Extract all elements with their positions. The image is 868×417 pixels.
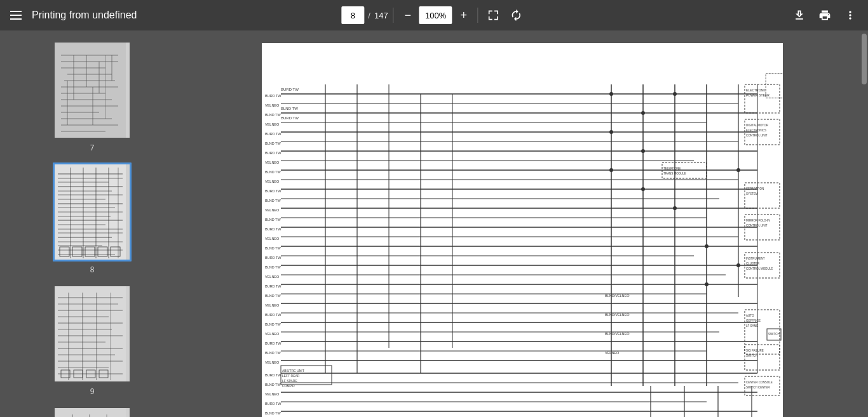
- pdf-view[interactable]: BURD TW BLND TW BURD TW: [184, 30, 860, 417]
- svg-text:BLND TW: BLND TW: [265, 170, 281, 174]
- svg-text:LEFT REAR: LEFT REAR: [282, 374, 300, 378]
- toolbar-left: Printing from undefined: [8, 8, 137, 22]
- svg-text:VELNEO: VELNEO: [265, 361, 280, 364]
- svg-text:SIG FAILURE: SIG FAILURE: [746, 349, 764, 352]
- menu-icon[interactable]: [8, 8, 24, 22]
- thumb-img-7: [55, 43, 130, 138]
- svg-point-251: [673, 206, 677, 210]
- svg-text:BLND TW: BLND TW: [265, 351, 281, 355]
- svg-text:VELNEO: VELNEO: [265, 161, 280, 164]
- svg-text:INSTRUMENT: INSTRUMENT: [746, 257, 765, 260]
- svg-text:LF SPARE: LF SPARE: [282, 379, 297, 383]
- svg-text:BURD TW: BURD TW: [265, 132, 281, 136]
- download-button[interactable]: [789, 5, 810, 25]
- svg-text:VELNEO: VELNEO: [605, 351, 620, 355]
- svg-text:CONTROL MODULE: CONTROL MODULE: [746, 267, 773, 270]
- svg-rect-52: [55, 286, 126, 381]
- thumb-label-9: 9: [90, 387, 95, 396]
- svg-point-250: [673, 92, 677, 96]
- thumbnail-item-9[interactable]: 9: [0, 279, 184, 401]
- svg-text:VELNEO: VELNEO: [265, 122, 280, 126]
- scroll-thumb[interactable]: [862, 34, 867, 84]
- divider: [393, 8, 394, 23]
- svg-text:BURD TW: BURD TW: [265, 94, 281, 98]
- divider-2: [478, 8, 478, 23]
- svg-point-245: [609, 130, 613, 134]
- svg-text:BURD TW: BURD TW: [281, 88, 299, 91]
- page-number-input[interactable]: [341, 6, 364, 24]
- svg-text:CONTROL UNIT: CONTROL UNIT: [746, 134, 768, 137]
- main-content: 7: [0, 30, 868, 417]
- svg-text:VELNEO: VELNEO: [265, 103, 280, 107]
- svg-text:BURD TW: BURD TW: [265, 402, 281, 406]
- svg-text:ELECTRONICS: ELECTRONICS: [746, 129, 766, 132]
- thumbnail-item-8[interactable]: 8: [0, 157, 184, 279]
- pdf-page: BURD TW BLND TW BURD TW: [262, 43, 783, 417]
- svg-rect-0: [55, 43, 126, 138]
- zoom-level-input[interactable]: [419, 6, 452, 24]
- svg-text:BURD TW: BURD TW: [265, 151, 281, 155]
- svg-text:POWER STEER: POWER STEER: [746, 93, 770, 97]
- thumbnail-item-7[interactable]: 7: [0, 36, 184, 157]
- svg-point-249: [641, 187, 645, 191]
- svg-text:BLND/VELNEO: BLND/VELNEO: [605, 313, 630, 317]
- svg-text:VELNEO: VELNEO: [265, 392, 280, 396]
- svg-text:SEPARATION: SEPARATION: [746, 187, 764, 190]
- svg-text:BURD TW: BURD TW: [265, 313, 281, 317]
- svg-text:BLND TW: BLND TW: [265, 142, 281, 145]
- thumbnail-panel[interactable]: 7: [0, 30, 184, 417]
- svg-text:TELEPHONE: TELEPHONE: [663, 167, 681, 170]
- print-button[interactable]: [815, 5, 835, 25]
- svg-text:ABS/TRC UNIT: ABS/TRC UNIT: [282, 369, 304, 373]
- thumb-img-9: [55, 286, 130, 381]
- svg-text:SYSTEM: SYSTEM: [746, 192, 758, 195]
- svg-text:BLND TW: BLND TW: [265, 246, 281, 250]
- thumb-wrap-9: [53, 284, 132, 383]
- rotate-button[interactable]: [506, 5, 527, 25]
- svg-text:BURD TW: BURD TW: [265, 284, 281, 288]
- svg-point-255: [736, 263, 740, 267]
- thumb-img-8: [55, 164, 130, 260]
- svg-point-246: [609, 168, 613, 172]
- svg-text:VELNEO: VELNEO: [265, 275, 280, 279]
- svg-text:BLND TW: BLND TW: [265, 383, 281, 387]
- thumbnail-item-10[interactable]: 10: [0, 401, 184, 417]
- zoom-in-button[interactable]: +: [455, 6, 473, 24]
- svg-text:BLND TW: BLND TW: [265, 294, 281, 298]
- svg-text:AUTO: AUTO: [746, 314, 754, 317]
- more-options-button[interactable]: [840, 5, 860, 25]
- svg-text:BLND TW: BLND TW: [265, 411, 281, 415]
- svg-text:CLUSTER: CLUSTER: [746, 262, 760, 265]
- svg-text:CENTER CONSOLE: CENTER CONSOLE: [746, 381, 773, 384]
- page-separator: /: [368, 11, 370, 20]
- thumb-wrap-7: [53, 41, 132, 140]
- svg-point-248: [641, 149, 645, 153]
- thumb-wrap-10: [53, 406, 132, 417]
- svg-point-244: [609, 92, 613, 96]
- svg-text:BURD TW: BURD TW: [265, 227, 281, 231]
- svg-text:SWITCH CENTER: SWITCH CENTER: [746, 386, 770, 389]
- svg-point-247: [641, 111, 645, 115]
- svg-text:ELECTRONIC: ELECTRONIC: [746, 88, 767, 92]
- svg-text:VELNEO: VELNEO: [265, 332, 280, 336]
- thumb-wrap-8: [53, 162, 132, 261]
- svg-text:VELNEO: VELNEO: [265, 208, 280, 212]
- fit-page-button[interactable]: [484, 5, 504, 25]
- svg-text:BURD TW: BURD TW: [265, 189, 281, 193]
- svg-text:BLND/VELNEO: BLND/VELNEO: [605, 294, 630, 298]
- zoom-out-button[interactable]: −: [399, 6, 417, 24]
- svg-text:VELNEO: VELNEO: [265, 303, 280, 307]
- toolbar-right: [789, 5, 860, 25]
- svg-text:VELNEO: VELNEO: [265, 180, 280, 183]
- thumb-label-7: 7: [90, 143, 95, 152]
- svg-text:BURD TW: BURD TW: [265, 256, 281, 260]
- svg-text:DIGITAL MOTOR: DIGITAL MOTOR: [746, 124, 769, 127]
- svg-text:MIRROR FOLD-IN: MIRROR FOLD-IN: [746, 219, 770, 222]
- svg-text:BLND/VELNEO: BLND/VELNEO: [605, 332, 630, 336]
- svg-text:BURD TW: BURD TW: [265, 341, 281, 345]
- total-pages: 147: [374, 11, 388, 20]
- thumb-label-8: 8: [90, 265, 95, 274]
- svg-point-254: [736, 168, 740, 172]
- svg-text:BLND TW: BLND TW: [265, 322, 281, 326]
- thumb-img-10: [55, 408, 130, 417]
